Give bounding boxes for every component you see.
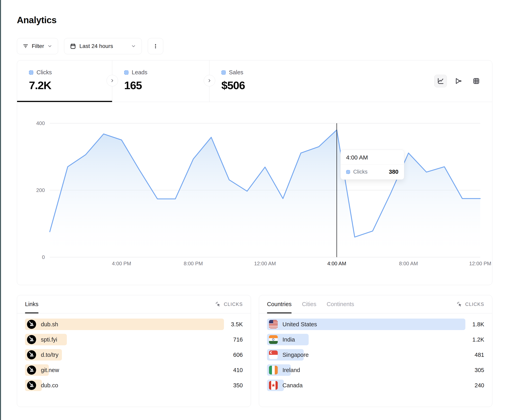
row-clicks-value: 3.5K: [231, 321, 243, 328]
grid-table-view-button[interactable]: [470, 75, 483, 87]
country-row[interactable]: India1.2K: [267, 334, 484, 345]
leads-tab-value: 165: [124, 79, 209, 92]
row-clicks-value: 1.8K: [472, 321, 484, 328]
row-label: d.to/try: [41, 352, 59, 358]
funnel-chart-view-button[interactable]: [452, 75, 465, 87]
row-label: Ireland: [283, 367, 300, 373]
clicks-chart: 4:00 AM Clicks 380 02004004:00 PM8:00 PM…: [17, 102, 492, 285]
country-row[interactable]: United States1.8K: [267, 319, 484, 330]
dub-logo-icon: [27, 366, 36, 375]
row-clicks-value: 240: [475, 382, 484, 389]
cursor-click-icon: [456, 301, 463, 307]
left-edge-strip: [0, 0, 1, 420]
clicks-tab-label: Clicks: [37, 69, 52, 76]
row-label: dub.co: [41, 382, 58, 389]
link-row[interactable]: dub.co350: [25, 380, 243, 391]
link-row[interactable]: d.to/try606: [25, 349, 243, 361]
chart-tooltip: 4:00 AM Clicks 380: [340, 150, 404, 180]
dub-logo-icon: [27, 381, 36, 390]
ie-flag-icon: [269, 366, 278, 374]
row-clicks-value: 1.2K: [472, 336, 484, 343]
row-label: India: [283, 336, 295, 343]
row-clicks-value: 410: [233, 367, 243, 373]
kebab-icon: [153, 43, 158, 49]
tab-links[interactable]: Links: [25, 295, 38, 313]
tab-sales[interactable]: Sales $506: [209, 60, 307, 102]
x-axis-tick-label: 8:00 AM: [388, 261, 428, 267]
expand-leads-button[interactable]: [106, 75, 118, 86]
page-title: Analytics: [17, 15, 492, 25]
stats-tabs-row: Clicks 7.2K Leads 165 Sales $506: [17, 60, 492, 102]
link-row[interactable]: git.new410: [25, 364, 243, 376]
x-axis-tick-label: 12:00 AM: [245, 261, 285, 267]
countries-metric-label: CLICKS: [465, 302, 484, 307]
date-range-button[interactable]: Last 24 hours: [64, 38, 142, 54]
calendar-icon: [70, 43, 76, 49]
tab-countries[interactable]: Countries: [267, 295, 291, 313]
dub-logo-icon: [27, 335, 36, 344]
leads-legend-chip: [124, 70, 128, 75]
expand-sales-button[interactable]: [204, 75, 215, 86]
x-axis-tick-label: 4:00 PM: [102, 261, 142, 267]
tab-leads[interactable]: Leads 165: [112, 60, 209, 102]
row-label: United States: [283, 321, 317, 328]
row-clicks-value: 481: [475, 352, 484, 358]
filter-icon: [22, 43, 29, 49]
tab-clicks[interactable]: Clicks 7.2K: [17, 60, 112, 102]
chart-view-switcher: [434, 75, 483, 87]
country-row[interactable]: Canada240: [267, 380, 484, 391]
row-clicks-value: 350: [233, 382, 243, 389]
row-label: git.new: [41, 367, 59, 373]
countries-panel: Countries Cities Continents CLICKS Unite…: [259, 295, 492, 407]
tab-cities[interactable]: Cities: [302, 295, 316, 313]
x-axis-tick-label: 4:00 AM: [317, 261, 357, 267]
analytics-card: Clicks 7.2K Leads 165 Sales $506: [17, 60, 492, 285]
country-row[interactable]: Singapore481: [267, 349, 484, 361]
sales-legend-chip: [221, 70, 226, 75]
chevron-down-icon: [47, 43, 52, 49]
grid-table-icon: [472, 77, 480, 85]
us-flag-icon: [269, 320, 278, 329]
tooltip-time: 4:00 AM: [341, 150, 404, 165]
x-axis-tick-label: 12:00 PM: [460, 261, 500, 267]
analytics-page: Analytics Filter Last 24 hours Clicks 7.…: [0, 0, 508, 420]
chevron-down-icon: [131, 43, 136, 49]
tooltip-series-label: Clicks: [353, 169, 367, 175]
row-label: Singapore: [283, 352, 309, 358]
links-metric-label: CLICKS: [224, 302, 243, 307]
x-axis-tick-label: 8:00 PM: [173, 261, 213, 267]
row-clicks-value: 606: [233, 352, 243, 358]
row-label: dub.sh: [41, 321, 58, 328]
links-list: dub.sh3.5K spti.fyi716 d.to/try606 git.n…: [17, 313, 251, 391]
cursor-click-icon: [215, 301, 221, 307]
clicks-legend-chip: [29, 70, 33, 75]
line-chart-view-button[interactable]: [434, 75, 447, 87]
links-metric-selector[interactable]: CLICKS: [215, 301, 243, 307]
y-axis-tick-label: 400: [17, 120, 45, 126]
y-axis-tick-label: 200: [17, 187, 45, 193]
sg-flag-icon: [269, 350, 278, 359]
countries-metric-selector[interactable]: CLICKS: [456, 301, 484, 307]
ca-flag-icon: [269, 381, 278, 390]
tooltip-legend-chip: [346, 170, 350, 174]
y-axis-tick-label: 0: [17, 254, 45, 260]
sales-tab-label: Sales: [229, 69, 243, 76]
link-row[interactable]: dub.sh3.5K: [25, 319, 243, 330]
toolbar: Filter Last 24 hours: [17, 38, 492, 54]
links-panel-header: Links CLICKS: [17, 295, 251, 313]
dub-logo-icon: [27, 320, 36, 329]
country-row[interactable]: Ireland305: [267, 364, 484, 376]
in-flag-icon: [269, 335, 278, 344]
filter-button-label: Filter: [32, 43, 44, 49]
more-menu-button[interactable]: [148, 38, 163, 54]
filter-button[interactable]: Filter: [17, 38, 58, 54]
clicks-tab-value: 7.2K: [29, 79, 112, 92]
link-row[interactable]: spti.fyi716: [25, 334, 243, 345]
row-label: spti.fyi: [41, 336, 57, 343]
chevron-right-icon: [207, 78, 212, 83]
tab-continents[interactable]: Continents: [327, 295, 354, 313]
tooltip-value: 380: [389, 169, 398, 175]
leads-tab-label: Leads: [132, 69, 147, 76]
countries-panel-header: Countries Cities Continents CLICKS: [259, 295, 492, 313]
sales-tab-value: $506: [221, 79, 307, 92]
